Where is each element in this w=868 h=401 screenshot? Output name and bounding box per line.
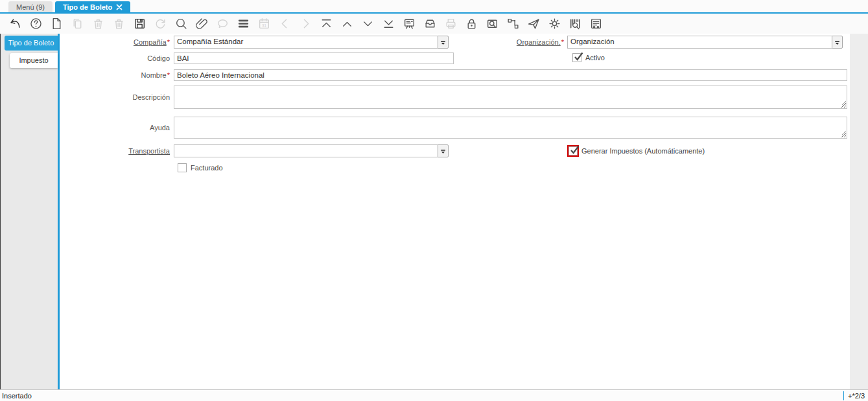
archive-icon xyxy=(423,17,437,30)
tab-menu-label: Menú (9) xyxy=(16,3,45,11)
sidebar-tab-impuesto[interactable]: Impuesto xyxy=(10,53,58,68)
codigo-input[interactable] xyxy=(174,52,454,64)
transportista-value xyxy=(174,144,438,157)
find-button[interactable] xyxy=(172,16,189,32)
copy-record-button xyxy=(69,16,86,32)
save-button[interactable] xyxy=(131,16,148,32)
facturado-label: Facturado xyxy=(191,164,223,172)
product-info-button[interactable] xyxy=(567,16,583,32)
lock-icon xyxy=(465,17,478,30)
activo-label: Activo xyxy=(585,54,605,62)
delete-selection-icon xyxy=(112,17,126,30)
zoom-across-button[interactable] xyxy=(484,16,500,32)
detail-record-icon xyxy=(299,17,312,30)
calendar-history-button: 31 xyxy=(255,16,272,32)
facturado-checkbox[interactable] xyxy=(178,163,187,172)
previous-record-button[interactable] xyxy=(338,16,355,32)
workflow-button[interactable] xyxy=(504,16,521,32)
transportista-label[interactable]: Transportista xyxy=(128,147,170,155)
ayuda-label: Ayuda xyxy=(150,124,170,132)
descripcion-textarea[interactable] xyxy=(174,86,847,109)
generar-impuestos-checkbox[interactable] xyxy=(569,146,578,155)
send-request-button[interactable] xyxy=(525,16,542,32)
generar-impuestos-label: Generar Impuestos (Automáticamente) xyxy=(581,147,705,155)
print-button xyxy=(442,16,459,32)
chevron-down-icon[interactable] xyxy=(438,144,449,157)
status-bar: Insertado +*2/3 xyxy=(0,389,868,401)
next-record-icon xyxy=(361,17,375,30)
tab-tipo-de-boleto[interactable]: Tipo de Boleto xyxy=(55,1,130,12)
compania-label[interactable]: Compañía xyxy=(134,38,167,46)
window-body: Tipo de Boleto Impuesto Compañía* Compañ… xyxy=(0,34,868,389)
transportista-combobox[interactable] xyxy=(174,144,449,157)
descripcion-label: Descripción xyxy=(133,93,170,101)
tab-sidebar: Tipo de Boleto Impuesto xyxy=(0,34,60,389)
copy-record-icon xyxy=(71,17,84,30)
first-record-button[interactable] xyxy=(318,16,334,32)
save-icon xyxy=(133,17,147,30)
archive-button[interactable] xyxy=(421,16,438,32)
new-record-icon xyxy=(50,17,64,30)
delete-record-button xyxy=(89,16,106,32)
status-separator xyxy=(843,391,844,400)
window-tab-bar: Menú (9) Tipo de Boleto xyxy=(0,0,868,12)
undo-icon xyxy=(8,17,22,30)
chat-button xyxy=(214,16,231,32)
required-marker: * xyxy=(561,38,564,46)
chevron-down-icon[interactable] xyxy=(832,36,843,49)
last-record-icon xyxy=(382,17,395,30)
delete-record-icon xyxy=(91,17,105,30)
right-gutter xyxy=(850,34,868,389)
grid-toggle-icon xyxy=(237,17,250,30)
preference-icon xyxy=(548,17,561,30)
refresh-button xyxy=(152,16,169,32)
help-button[interactable] xyxy=(27,16,44,32)
compania-combobox[interactable]: Compañía Estándar xyxy=(174,36,449,49)
product-info-icon xyxy=(569,17,582,30)
grid-toggle-button[interactable] xyxy=(235,16,252,32)
print-icon xyxy=(444,17,458,30)
undo-button[interactable] xyxy=(6,16,23,32)
nombre-label: Nombre xyxy=(141,71,167,79)
organizacion-value: Organización xyxy=(567,36,832,49)
last-record-button[interactable] xyxy=(380,16,397,32)
parent-record-button xyxy=(276,16,293,32)
preference-button[interactable] xyxy=(546,16,563,32)
first-record-icon xyxy=(320,17,333,30)
organizacion-combobox[interactable]: Organización xyxy=(567,36,843,49)
calendar-history-icon: 31 xyxy=(257,17,271,30)
compania-value: Compañía Estándar xyxy=(174,36,438,49)
form-panel: Compañía* Compañía Estándar Organización… xyxy=(60,34,850,389)
chat-icon xyxy=(216,17,229,30)
sidebar-tab-tipo-de-boleto[interactable]: Tipo de Boleto xyxy=(5,36,58,51)
lock-button[interactable] xyxy=(463,16,480,32)
organizacion-label[interactable]: Organización. xyxy=(517,38,561,46)
export-report-button[interactable] xyxy=(587,16,604,32)
detail-record-button xyxy=(297,16,314,32)
report-icon xyxy=(403,17,416,30)
workflow-icon xyxy=(506,17,520,30)
new-record-button[interactable] xyxy=(48,16,65,32)
help-icon xyxy=(29,17,43,30)
refresh-icon xyxy=(154,17,167,30)
status-message: Insertado xyxy=(2,392,33,400)
zoom-across-icon xyxy=(486,17,499,30)
delete-selection-button xyxy=(110,16,127,32)
required-marker: * xyxy=(167,38,170,46)
next-record-button[interactable] xyxy=(359,16,376,32)
check-icon xyxy=(573,51,584,65)
svg-text:31: 31 xyxy=(261,23,266,28)
ayuda-textarea[interactable] xyxy=(174,117,847,139)
find-icon xyxy=(174,17,188,30)
codigo-label: Código xyxy=(147,54,170,62)
required-marker: * xyxy=(167,71,170,79)
send-request-icon xyxy=(527,17,541,30)
nombre-input[interactable] xyxy=(174,69,847,81)
attachment-button[interactable] xyxy=(193,16,210,32)
app-window: Menú (9) Tipo de Boleto 31 Tipo de Bolet… xyxy=(0,0,868,401)
check-icon xyxy=(569,144,580,158)
tab-menu[interactable]: Menú (9) xyxy=(8,1,53,12)
activo-checkbox[interactable] xyxy=(572,53,581,62)
close-icon[interactable] xyxy=(116,4,123,10)
report-button[interactable] xyxy=(401,16,417,32)
